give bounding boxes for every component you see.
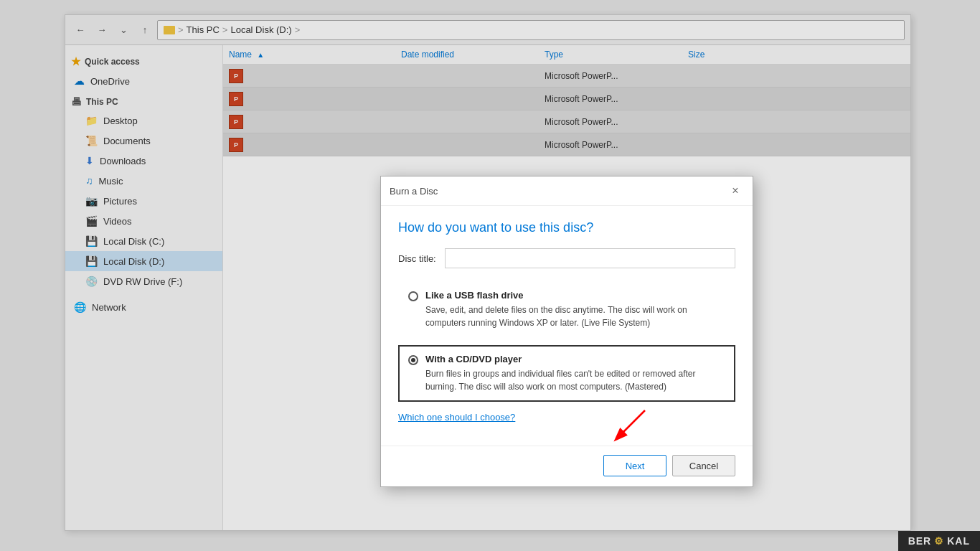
option-cdvd[interactable]: With a CD/DVD player Burn files in group… xyxy=(398,345,735,402)
dialog-close-button[interactable]: × xyxy=(727,182,744,199)
dialog-body: How do you want to use this disc? Disc t… xyxy=(381,206,753,446)
option-usb-desc: Save, edit, and delete files on the disc… xyxy=(425,303,725,329)
burn-disc-dialog: Burn a Disc × How do you want to use thi… xyxy=(380,176,753,487)
disc-title-input[interactable] xyxy=(445,248,735,268)
dialog-title: Burn a Disc xyxy=(390,186,438,197)
radio-usb[interactable] xyxy=(408,291,418,301)
dialog-titlebar: Burn a Disc × xyxy=(381,176,753,206)
radio-cdvd[interactable] xyxy=(408,355,418,365)
disc-title-label: Disc title: xyxy=(398,253,436,264)
dialog-footer: Next Cancel xyxy=(381,446,753,486)
disc-title-row: Disc title: xyxy=(398,248,735,268)
option-usb[interactable]: Like a USB flash drive Save, edit, and d… xyxy=(398,281,735,338)
next-button[interactable]: Next xyxy=(603,455,666,476)
dialog-heading: How do you want to use this disc? xyxy=(398,220,735,235)
option-cdvd-desc: Burn files in groups and individual file… xyxy=(425,367,725,393)
option-cdvd-title: With a CD/DVD player xyxy=(425,354,725,364)
help-link[interactable]: Which one should I choose? xyxy=(398,412,515,423)
cancel-button[interactable]: Cancel xyxy=(672,455,735,476)
option-usb-title: Like a USB flash drive xyxy=(425,290,725,301)
